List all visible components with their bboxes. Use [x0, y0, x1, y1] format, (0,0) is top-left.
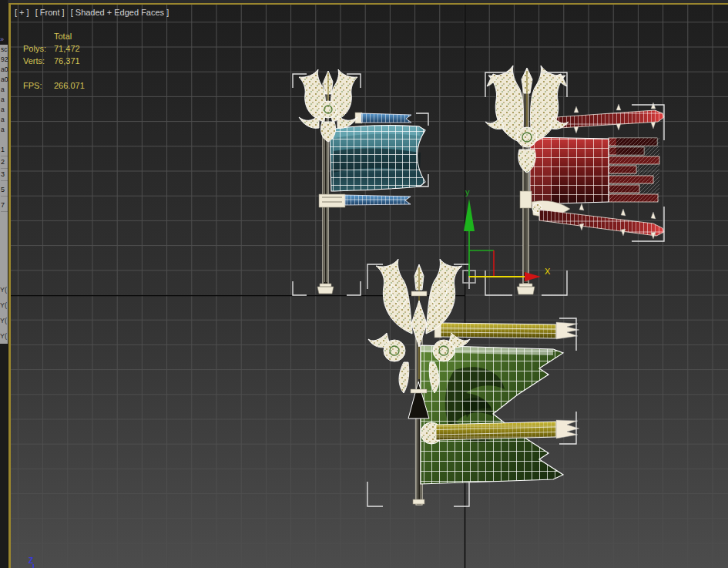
object-banner-red[interactable]: [485, 66, 664, 295]
panel-row[interactable]: sc: [1, 45, 8, 55]
stats-polys-value: 71,472: [54, 44, 80, 53]
viewport-pov-menu[interactable]: [ Front ]: [35, 8, 65, 17]
panel-row[interactable]: a: [1, 125, 8, 135]
panel-row-glyph[interactable]: Y(: [0, 313, 8, 328]
panel-row-number[interactable]: 5: [1, 183, 8, 197]
panel-row[interactable]: a0: [1, 75, 8, 85]
viewport-shading-menu[interactable]: [ Shaded + Edged Faces ]: [71, 8, 169, 17]
home-grid: [11, 5, 728, 568]
cone-band: [411, 389, 427, 393]
stats-verts-label: Verts:: [23, 56, 45, 66]
stats-fps-label: FPS:: [23, 81, 42, 90]
panel-row-number[interactable]: 2: [1, 156, 8, 169]
gold-strip-wire: [441, 323, 556, 338]
cloth-wireframe: [421, 345, 563, 484]
panel-overflow-chevron[interactable]: »: [0, 35, 3, 43]
tail-bottom-wire: [539, 210, 664, 236]
gizmo-x-arrowhead[interactable]: [525, 272, 541, 281]
scene-render: y X Z: [0, 0, 728, 568]
world-axis-tripod: Z: [29, 556, 33, 568]
stats-verts-value: 76,371: [54, 56, 80, 66]
object-banner-teal[interactable]: [293, 69, 428, 295]
gizmo-x-label: X: [545, 267, 551, 276]
panel-row[interactable]: a: [1, 95, 8, 105]
gizmo-y-label: y: [465, 187, 470, 197]
stats-polys-label: Polys:: [23, 44, 46, 53]
pole-collar: [520, 191, 532, 208]
panel-row[interactable]: a0: [1, 65, 8, 75]
pole-base: [413, 499, 424, 504]
panel-row[interactable]: a: [1, 105, 8, 115]
panel-row[interactable]: 92: [1, 55, 8, 65]
cloth-wireframe: [530, 137, 609, 204]
panel-row[interactable]: a: [1, 115, 8, 125]
viewport-general-menu[interactable]: [ + ]: [15, 8, 29, 17]
panel-row-glyph[interactable]: Y(: [0, 297, 8, 313]
cloth-wireframe: [330, 126, 425, 191]
panel-row-glyph[interactable]: Y(: [0, 282, 8, 297]
viewport-label: [ + ] [ Front ] [ Shaded + Edged Faces ]: [15, 8, 173, 17]
active-viewport-border-left: [8, 3, 11, 568]
panel-row-number[interactable]: 3: [1, 168, 8, 181]
flag-pole: [523, 83, 528, 284]
pole-base: [317, 284, 334, 294]
panel-row-number[interactable]: 7: [1, 199, 8, 212]
pole-collar: [319, 194, 345, 207]
stats-fps-value: 266.071: [54, 81, 85, 90]
gold-strip-wire: [436, 422, 556, 440]
pole-base: [517, 284, 535, 294]
pennant-top-wire: [361, 113, 411, 123]
axis-z-label: Z: [29, 556, 33, 565]
panel-rows: sc 92 a0 a0 a a a a a 1 2 3 5 7 Y( Y( Y(…: [0, 45, 8, 344]
panel-row[interactable]: a: [1, 85, 8, 95]
panel-row-number[interactable]: 1: [1, 143, 8, 156]
stats-column-header: Total: [54, 32, 72, 41]
pennant-bottom-wire: [345, 195, 411, 205]
strip-hatch: [609, 138, 659, 202]
panel-row-glyph[interactable]: Y(: [0, 328, 8, 344]
max-viewport-window: » sc 92 a0 a0 a a a a a 1 2 3 5 7 Y( Y( …: [0, 0, 728, 568]
docked-panel-edge: » sc 92 a0 a0 a a a a a 1 2 3 5 7 Y( Y( …: [0, 0, 8, 568]
active-viewport-border-top: [8, 3, 728, 5]
